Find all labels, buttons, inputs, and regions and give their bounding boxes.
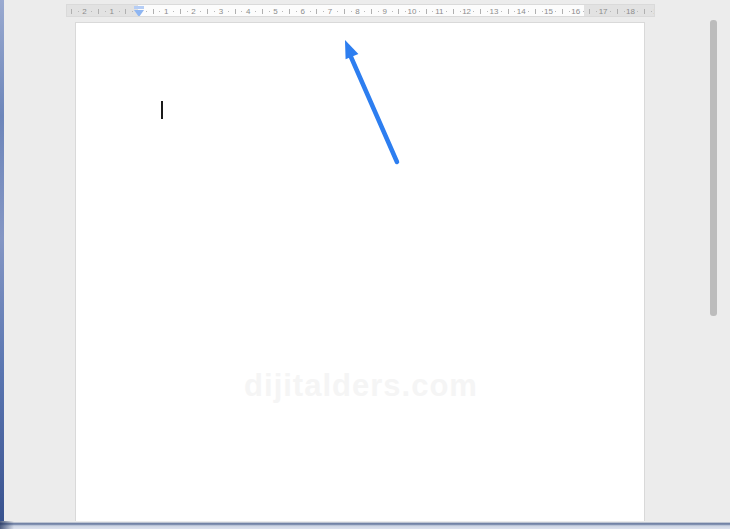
- ruler-tick: [528, 11, 529, 12]
- ruler-number: 18: [626, 6, 635, 17]
- ruler-number: 2: [191, 6, 195, 17]
- ruler-tick: [310, 11, 311, 12]
- ruler-number: 9: [382, 6, 386, 17]
- ruler-tick: [241, 11, 242, 12]
- ruler-tick: [453, 9, 454, 14]
- ruler-tick: [180, 9, 181, 14]
- ruler-tick: [296, 11, 297, 12]
- ruler-tick: [514, 11, 515, 12]
- ruler-tick: [501, 11, 502, 12]
- ruler-tick: [200, 11, 201, 12]
- ruler-number: 3: [219, 6, 223, 17]
- ruler-tick: [262, 9, 263, 14]
- ruler-tick: [91, 11, 92, 12]
- ruler-tick: [371, 9, 372, 14]
- ruler-number: 8: [355, 6, 359, 17]
- ruler-tick: [569, 11, 570, 12]
- ruler-number: 1: [109, 6, 113, 17]
- ruler-tick: [508, 9, 509, 14]
- ruler-tick: [596, 11, 597, 12]
- ruler-number: 7: [328, 6, 332, 17]
- ruler-tick: [228, 11, 229, 12]
- ruler-tick: [344, 9, 345, 14]
- ruler-tick: [214, 11, 215, 12]
- first-line-indent-icon[interactable]: [134, 6, 144, 9]
- ruler-tick: [98, 9, 99, 14]
- ruler-tick: [282, 11, 283, 12]
- ruler-tick: [583, 11, 584, 12]
- window-bottom-edge: [0, 521, 730, 529]
- ruler-number: 5: [273, 6, 277, 17]
- ruler-tick: [535, 9, 536, 14]
- ruler-tick: [316, 9, 317, 14]
- document-page[interactable]: dijitalders.com: [75, 22, 645, 521]
- ruler-number: 16: [571, 6, 580, 17]
- ruler-tick: [392, 11, 393, 12]
- ruler-number: 10: [408, 6, 417, 17]
- ruler-tick: [480, 9, 481, 14]
- ruler-tick: [132, 11, 133, 12]
- ruler-tick: [351, 11, 352, 12]
- ruler-tick: [78, 11, 79, 12]
- ruler-tick: [624, 11, 625, 12]
- ruler-tick: [555, 11, 556, 12]
- ruler-tick: [405, 11, 406, 12]
- ruler-tick: [637, 11, 638, 12]
- ruler-number: 2: [82, 6, 86, 17]
- ruler-tick: [398, 9, 399, 14]
- scrollbar-track[interactable]: [709, 18, 718, 518]
- ruler-tick: [255, 11, 256, 12]
- scrollbar-thumb[interactable]: [710, 20, 717, 316]
- ruler-tick: [289, 9, 290, 14]
- window-left-edge: [0, 0, 4, 529]
- ruler-number: 19: [653, 6, 655, 17]
- ruler-tick: [542, 11, 543, 12]
- ruler-tick: [562, 9, 563, 14]
- ruler-tick: [651, 11, 652, 12]
- ruler-tick: [378, 11, 379, 12]
- ruler-tick: [446, 11, 447, 12]
- ruler-tick: [105, 11, 106, 12]
- ruler-tick: [146, 11, 147, 12]
- window-bottom-corner: [0, 521, 14, 529]
- ruler-tick: [487, 11, 488, 12]
- ruler-number: 4: [246, 6, 250, 17]
- ruler-number: 6: [301, 6, 305, 17]
- document-editor-window: { "ruler": { "marks": [ {"label":"2","un…: [0, 0, 730, 529]
- ruler-tick: [323, 11, 324, 12]
- text-cursor: [161, 101, 163, 119]
- ruler-tick: [432, 11, 433, 12]
- ruler-number: 13: [489, 6, 498, 17]
- ruler-tick: [473, 11, 474, 12]
- ruler-number: 17: [599, 6, 608, 17]
- ruler-number: 15: [544, 6, 553, 17]
- ruler-number: 12: [462, 6, 471, 17]
- ruler-tick: [460, 11, 461, 12]
- ruler-number: 1: [164, 6, 168, 17]
- ruler-tick: [269, 11, 270, 12]
- ruler-number: 14: [517, 6, 526, 17]
- watermark-text: dijitalders.com: [136, 368, 586, 404]
- ruler-tick: [644, 9, 645, 14]
- indent-marker[interactable]: [133, 6, 145, 17]
- ruler-tick: [153, 9, 154, 14]
- ruler-tick: [610, 11, 611, 12]
- ruler-tick: [173, 11, 174, 12]
- ruler-number: 11: [435, 6, 443, 17]
- ruler-tick: [337, 11, 338, 12]
- ruler-tick: [159, 11, 160, 12]
- ruler-tick: [419, 11, 420, 12]
- ruler-tick: [589, 9, 590, 14]
- ruler-tick: [426, 9, 427, 14]
- ruler-tick: [125, 9, 126, 14]
- ruler-tick: [119, 11, 120, 12]
- ruler-tick: [364, 11, 365, 12]
- ruler-tick: [235, 9, 236, 14]
- ruler-tick: [71, 9, 72, 14]
- ruler-tick: [617, 9, 618, 14]
- ruler[interactable]: 2112345678910111213141516171819: [66, 4, 655, 17]
- left-indent-triangle-icon[interactable]: [134, 10, 144, 17]
- ruler-tick: [187, 11, 188, 12]
- ruler-tick: [207, 9, 208, 14]
